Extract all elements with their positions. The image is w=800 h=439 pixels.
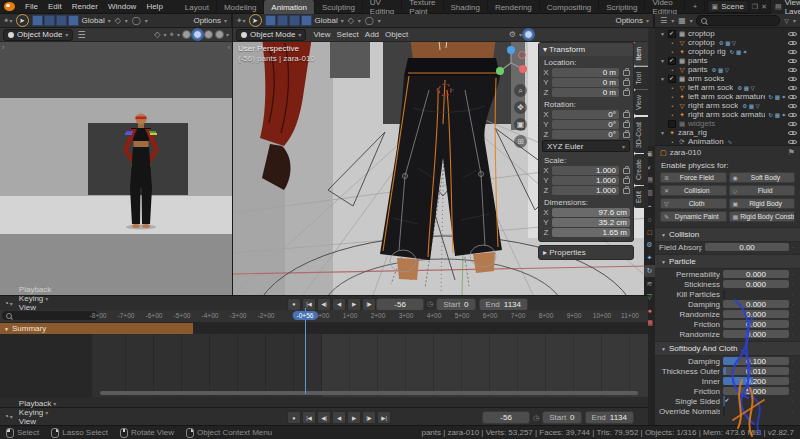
- properties-panel-collapsed[interactable]: ▸ Properties: [538, 245, 634, 260]
- outliner-row[interactable]: •⟳Animation∿: [655, 137, 800, 145]
- workspace-tab-video-editing[interactable]: Video Editing: [645, 0, 684, 14]
- outliner-row[interactable]: •▽pants⚙ ▦ ▽: [655, 65, 800, 74]
- lock-icon[interactable]: [623, 70, 630, 76]
- keyframe-dot-icon[interactable]: ·: [792, 291, 796, 297]
- active-tool-dropdown[interactable]: ⌖▾: [237, 16, 246, 26]
- next-keyframe-button[interactable]: |▶: [362, 298, 376, 311]
- damping-field[interactable]: 0.000: [723, 300, 789, 308]
- editor-type-dropdown[interactable]: ◔▾: [4, 299, 13, 308]
- expander-icon[interactable]: ▼: [659, 130, 666, 136]
- rendered-shading-icon[interactable]: [215, 30, 224, 39]
- override-normals-checkbox[interactable]: [723, 406, 725, 417]
- overlays-icon[interactable]: ⚙: [508, 30, 517, 39]
- toolbar-expand-arrow[interactable]: ›: [236, 44, 238, 51]
- dynamic-paint-button[interactable]: ✎Dynamic Paint: [660, 211, 727, 222]
- single-sided-checkbox[interactable]: [723, 396, 725, 407]
- preview-range-clock-icon[interactable]: ◷: [427, 300, 433, 308]
- sidebar-tab-3d-coat[interactable]: 3D-Coat: [634, 117, 648, 153]
- start-frame-field[interactable]: Start0: [436, 298, 475, 311]
- header-menu-icon[interactable]: ☰: [77, 30, 85, 40]
- menu-playback[interactable]: Playback▾: [17, 285, 58, 294]
- dimension-z-field[interactable]: 1.65 m: [552, 228, 630, 237]
- timeline-ruler[interactable]: -0+56 -8+00-7+00-6+00-5+00-4+00-3+00-2+0…: [0, 310, 648, 323]
- keyframe-dot-icon[interactable]: ·: [792, 378, 796, 384]
- outliner-filter-icon[interactable]: ☰: [659, 16, 668, 25]
- fluid-button[interactable]: ◇Fluid: [729, 185, 796, 196]
- rotation-z-field[interactable]: 0°: [552, 130, 619, 139]
- damping-field[interactable]: 0.100: [723, 357, 789, 365]
- scale-x-field[interactable]: 1.000: [552, 166, 619, 175]
- workspace-tab-animation[interactable]: Animation: [264, 0, 315, 14]
- particles-tab[interactable]: ✦: [644, 252, 655, 264]
- preview-range-clock-icon[interactable]: ◷: [533, 414, 539, 422]
- rigid-body-button[interactable]: ▣Rigid Body: [729, 198, 796, 209]
- menu-keying[interactable]: Keying▾: [17, 294, 58, 303]
- modifiers-tab[interactable]: ⚙: [644, 239, 655, 251]
- channel-search-input[interactable]: [2, 311, 98, 320]
- select-mode-1[interactable]: [32, 15, 43, 26]
- permeability-field[interactable]: 0.000: [723, 270, 789, 278]
- snap-magnet-icon[interactable]: ◇: [347, 16, 355, 25]
- outliner-display-mode-icon[interactable]: ▦: [677, 16, 687, 25]
- inner-field[interactable]: 0.200: [723, 377, 789, 385]
- sidebar-expand-arrow[interactable]: ‹: [228, 44, 230, 51]
- menu-keying[interactable]: Keying▾: [17, 408, 58, 417]
- workspace-tab-rendering[interactable]: Rendering: [488, 0, 540, 14]
- hide-eye-icon[interactable]: [788, 66, 797, 73]
- world-tab[interactable]: ○: [644, 213, 655, 225]
- active-tool-dropdown[interactable]: ⌖▾: [4, 16, 13, 26]
- randomize-field[interactable]: 0.000: [723, 330, 789, 338]
- outliner-search-input[interactable]: [696, 15, 781, 26]
- breadcrumb-object-name[interactable]: zara-010: [670, 148, 702, 157]
- friction-field[interactable]: 0.000: [723, 320, 789, 328]
- outliner-row[interactable]: •✦croptop rig↻ ▦ ✦: [655, 47, 800, 56]
- play-button[interactable]: ▶: [347, 411, 361, 424]
- end-frame-field[interactable]: End1134: [479, 298, 528, 311]
- expander-icon[interactable]: ▼: [659, 31, 666, 37]
- keyframe-dot-icon[interactable]: ·: [792, 368, 796, 374]
- outliner-row[interactable]: ▦widgets: [655, 119, 800, 128]
- next-keyframe-button[interactable]: |▶: [362, 411, 376, 424]
- move-view-icon[interactable]: ✥: [514, 101, 527, 114]
- workspace-tab-uv-editing[interactable]: UV Editing: [363, 0, 402, 14]
- jump-to-end-button[interactable]: ▶|: [377, 411, 391, 424]
- expander-icon[interactable]: ▼: [659, 58, 666, 64]
- soft-body-button[interactable]: ◉Soft Body: [729, 172, 796, 183]
- material-shading-icon[interactable]: [204, 30, 213, 39]
- location-y-field[interactable]: 0 m: [552, 78, 619, 87]
- blender-logo-icon[interactable]: [4, 2, 15, 11]
- workspace-tab-layout[interactable]: Layout: [178, 0, 217, 14]
- sidebar-tab-tool[interactable]: Tool: [634, 67, 648, 90]
- viewport-menu-add[interactable]: Add: [362, 30, 382, 39]
- visibility-checkbox[interactable]: [668, 75, 676, 83]
- viewport-menu-object[interactable]: Object: [382, 30, 411, 39]
- select-mode-3[interactable]: [289, 15, 300, 26]
- transform-panel-header[interactable]: ▾ Transform: [539, 43, 633, 56]
- keyframe-dot-icon[interactable]: ·: [792, 244, 796, 250]
- hide-eye-icon[interactable]: [788, 39, 797, 46]
- lock-icon[interactable]: [623, 112, 630, 118]
- keyframe-area[interactable]: [0, 334, 648, 397]
- lock-icon[interactable]: [623, 122, 630, 128]
- record-button[interactable]: ●: [287, 298, 301, 311]
- rotation-y-field[interactable]: 0°: [552, 120, 619, 129]
- toolbar-expand-arrow[interactable]: ›: [2, 44, 4, 51]
- panel-header-softbody-and-cloth[interactable]: ▼Softbody And Cloth: [655, 341, 800, 356]
- keyframe-dot-icon[interactable]: ·: [792, 331, 796, 337]
- current-frame-indicator[interactable]: -0+56: [293, 311, 318, 320]
- dimension-y-field[interactable]: 35.2 cm: [552, 218, 630, 227]
- keyframe-dot-icon[interactable]: ·: [792, 358, 796, 364]
- viewport-secondary[interactable]: Object Mode ▾ ☰ ◇▾ ⌖▾ ▾ › ‹: [0, 28, 233, 295]
- hide-eye-icon[interactable]: [788, 102, 797, 109]
- sidebar-tab-view[interactable]: View: [634, 90, 648, 115]
- perspective-toggle-icon[interactable]: ⊞: [514, 135, 527, 148]
- force-field-button[interactable]: ≋Force Field: [660, 172, 727, 183]
- dimension-x-field[interactable]: 97.6 cm: [552, 208, 630, 217]
- solid-shading-icon[interactable]: [193, 30, 202, 39]
- scale-z-field[interactable]: 1.000: [552, 186, 619, 195]
- select-box-tool-icon[interactable]: ➤: [249, 14, 262, 27]
- menu-playback[interactable]: Playback▾: [17, 399, 58, 408]
- sidebar-tab-item[interactable]: Item: [634, 42, 648, 66]
- outliner-row[interactable]: •▽left arm sock⚙ ▦ ▽: [655, 83, 800, 92]
- visibility-checkbox[interactable]: [668, 57, 676, 65]
